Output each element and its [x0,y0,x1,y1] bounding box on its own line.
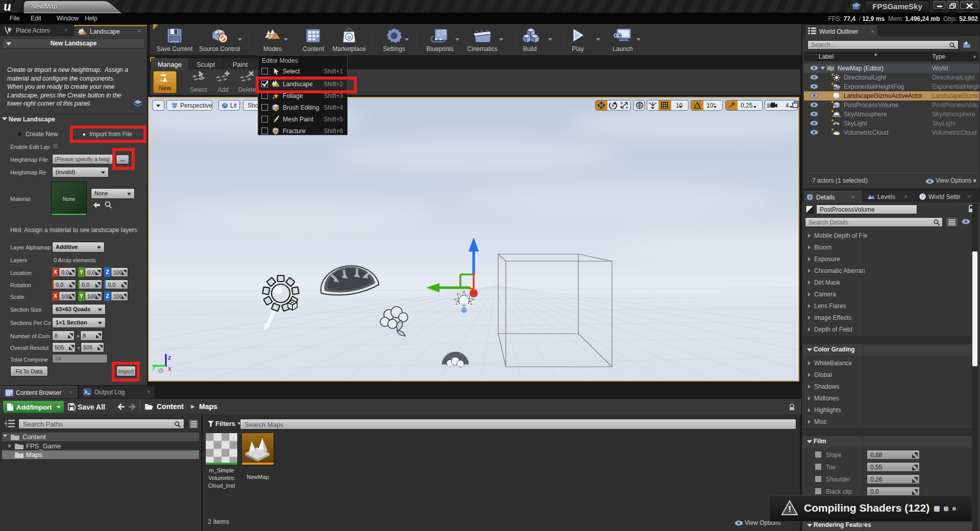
svg-text:u: u [348,34,351,40]
svg-text:!: ! [788,504,791,514]
svg-text:x: x [168,365,172,372]
svg-text:?: ? [159,369,162,374]
svg-text:i: i [809,194,811,200]
svg-text:z: z [168,353,172,361]
svg-text:y: y [152,362,156,370]
